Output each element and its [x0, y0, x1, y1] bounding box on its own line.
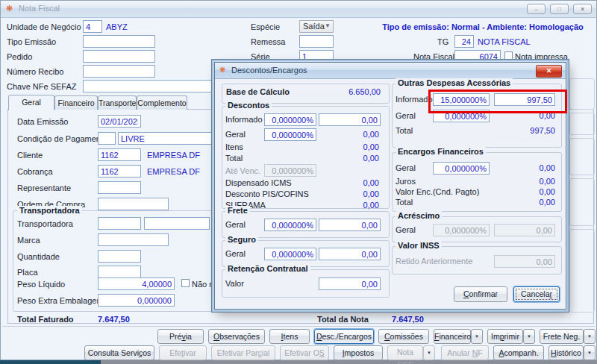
- quantidade-input[interactable]: [98, 250, 141, 263]
- descontos-geral-pct-input[interactable]: [264, 128, 316, 141]
- anular-nf-button[interactable]: Anular NF: [441, 345, 489, 360]
- frete-group-label: Frete: [225, 206, 250, 216]
- total-faturado-value: 7.647,50: [98, 315, 130, 324]
- unidade-negocio-desc: ABYZ: [106, 22, 128, 32]
- tab-geral[interactable]: Geral: [8, 95, 54, 110]
- peso-liquido-input[interactable]: [98, 277, 175, 290]
- window-controls: – □ ✕: [525, 4, 592, 14]
- nota-impressa-checkbox[interactable]: [504, 51, 513, 60]
- minimize-icon[interactable]: –: [527, 4, 546, 14]
- numero-recibo-input[interactable]: [83, 65, 155, 78]
- dialog-close-icon[interactable]: ✕: [536, 65, 562, 78]
- impostos-button[interactable]: Impostos: [334, 345, 383, 360]
- total-da-nota-label: Total da Nota: [317, 315, 369, 324]
- imprimir-dropdown-icon[interactable]: ▼: [523, 329, 535, 344]
- descontos-total-label: Total: [225, 154, 243, 163]
- valor-inss-group-label: Valor INSS: [396, 241, 442, 251]
- financeiro-button[interactable]: Financeiro: [434, 329, 471, 344]
- acompanh-button[interactable]: Acompanh.: [493, 345, 544, 360]
- marca-input[interactable]: [98, 233, 169, 246]
- descontos-group-label: Descontos: [225, 101, 272, 110]
- serie-label: Série: [251, 52, 270, 62]
- outras-informado-val-input[interactable]: [494, 93, 555, 106]
- efetivar-parcial-button[interactable]: Efetivar Parcial: [211, 345, 275, 360]
- serie-input[interactable]: [299, 50, 334, 63]
- cancelar-button[interactable]: Cancelar: [513, 286, 560, 302]
- efetivar-os-button[interactable]: Efetivar OS: [280, 345, 329, 360]
- frete-geral-val-input[interactable]: [319, 219, 381, 231]
- dispensado-icms-label: Dispensado ICMS: [225, 178, 292, 188]
- efetivar-button[interactable]: Efetivar: [159, 345, 207, 360]
- outras-geral-pct-input[interactable]: [433, 110, 490, 122]
- frete-geral-label: Geral: [225, 220, 246, 230]
- observacoes-button[interactable]: Observações: [208, 329, 265, 344]
- retencao-valor-label: Valor: [225, 279, 244, 289]
- descontos-total-value: 0,00: [321, 154, 379, 163]
- outras-total-label: Total: [396, 126, 413, 136]
- historico-button[interactable]: Histórico: [548, 345, 584, 360]
- tg-desc: NOTA FISCAL: [478, 37, 531, 47]
- transportadora-name-input[interactable]: [144, 217, 210, 230]
- seguro-geral-val-input[interactable]: [319, 248, 381, 260]
- descontos-informado-label: Informado: [225, 115, 263, 125]
- cobranca-code-input[interactable]: [98, 165, 141, 178]
- retencao-valor-input[interactable]: [319, 277, 381, 290]
- descontos-informado-val-input[interactable]: [319, 113, 381, 126]
- dispensado-icms-value: 0,00: [321, 178, 379, 188]
- frete-neg-dropdown-icon[interactable]: ▼: [584, 329, 596, 344]
- financeiro-dropdown-icon[interactable]: ▼: [471, 329, 483, 344]
- itens-button[interactable]: Itens: [269, 329, 310, 344]
- total-faturado-label: Total Faturado: [17, 315, 74, 324]
- condicao-pagamento-code-input[interactable]: [98, 132, 116, 145]
- tg-input[interactable]: [454, 35, 474, 48]
- historico-dropdown-icon[interactable]: ▼: [584, 345, 596, 360]
- total-da-nota-value: 7.647,50: [392, 315, 424, 324]
- nao-recalc-checkbox[interactable]: [181, 279, 190, 287]
- representante-input[interactable]: [98, 181, 141, 194]
- encargos-geral-pct-input[interactable]: [433, 162, 490, 175]
- data-emissao-input[interactable]: [98, 115, 141, 128]
- tipo-emissao-input[interactable]: [83, 35, 155, 48]
- frete-geral-pct-input[interactable]: [264, 219, 316, 231]
- condicao-pagamento-label: Condição de Pagamento: [17, 134, 107, 144]
- tab-transporte[interactable]: Transporte: [98, 95, 137, 110]
- dialog-title: Descontos/Encargos: [231, 66, 307, 75]
- comissoes-button[interactable]: Comissões: [378, 329, 429, 344]
- tab-financeiro[interactable]: Financeiro: [54, 95, 98, 110]
- nao-recalc-label: Não recalc: [192, 280, 214, 289]
- imprimir-button[interactable]: Imprimir: [487, 329, 523, 344]
- ordem-compra-input[interactable]: [98, 198, 169, 210]
- confirmar-button[interactable]: Confirmar: [454, 286, 507, 302]
- previa-button[interactable]: Prévia: [157, 329, 204, 344]
- consulta-servicos-button[interactable]: Consulta Serviços: [84, 345, 154, 360]
- pedido-label: Pedido: [7, 52, 32, 62]
- condicao-pagamento-desc-input[interactable]: [118, 132, 219, 145]
- unidade-negocio-input[interactable]: [83, 20, 102, 33]
- dialog-icon: ❋: [219, 66, 225, 74]
- remessa-input[interactable]: [299, 35, 334, 48]
- pedido-input[interactable]: [83, 50, 155, 63]
- placa-input[interactable]: [98, 266, 141, 278]
- chave-nfe-input[interactable]: [83, 80, 217, 92]
- encargos-total-label: Total: [396, 198, 413, 207]
- dialog-titlebar: ❋ Descontos/Encargos ✕: [215, 63, 566, 79]
- maximize-icon[interactable]: □: [550, 4, 569, 14]
- descontos-informado-pct-input[interactable]: [264, 113, 316, 126]
- seguro-geral-pct-input[interactable]: [264, 248, 316, 260]
- especie-combo[interactable]: Saída▼: [299, 20, 334, 33]
- outras-informado-pct-input[interactable]: [433, 93, 490, 106]
- marca-label: Marca: [17, 236, 40, 245]
- close-icon[interactable]: ✕: [573, 4, 592, 14]
- nota-fiscal-input[interactable]: [454, 50, 501, 63]
- tab-complemento[interactable]: Complemento: [137, 95, 187, 110]
- nota-ecf-dropdown-icon[interactable]: ▼: [423, 345, 435, 360]
- transportadora-code-input[interactable]: [98, 217, 141, 230]
- frete-neg-button[interactable]: Frete Neg.: [540, 329, 584, 344]
- desc-encargos-button[interactable]: Desc./Encargos: [314, 329, 374, 344]
- cliente-code-input[interactable]: [98, 148, 141, 161]
- peso-extra-input[interactable]: [98, 294, 175, 307]
- cobranca-label: Cobrança: [17, 167, 53, 177]
- combo-chevron-icon: ▼: [325, 22, 331, 29]
- retido-anteriormente-label: Retido Anteriormente: [396, 257, 472, 266]
- nota-ecf-button[interactable]: Nota ECF: [387, 345, 423, 360]
